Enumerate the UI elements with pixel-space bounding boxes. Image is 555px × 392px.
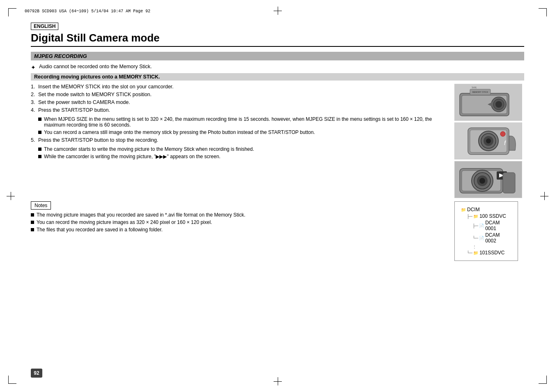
tree-label-101ssdvc: 101SSDVC (479, 250, 504, 256)
svg-point-14 (500, 131, 505, 136)
step-3: 3. Set the power switch to CAMERA mode. (31, 99, 446, 105)
header-meta: 00792B SCD903 USA (64~109) 5/14/04 10:47… (25, 9, 150, 14)
svg-text:MEMORY STICK: MEMORY STICK (472, 91, 488, 93)
bullet-icon-4 (38, 155, 41, 158)
bullet-icon-1 (38, 118, 41, 121)
steps-list: 1. Insert the MEMORY STICK into the slot… (31, 84, 446, 113)
notes-bullet-icon-2 (31, 221, 34, 224)
reg-mark-top (274, 7, 282, 15)
tree-item-dcam0001: ├─ 📄 DCAM 0001 (472, 220, 511, 231)
page-number: 92 (31, 369, 42, 378)
section-header: MJPEG RECORDING (31, 52, 524, 60)
tree-root-label: DCIM (467, 207, 480, 212)
step-4: 4. Press the START/STOP button. (31, 107, 446, 113)
folder-icon-root: 📁 (461, 208, 466, 212)
bullet-icon-3 (38, 148, 41, 151)
step5-bullets: The camcorder starts to write the moving… (38, 146, 446, 159)
tree-label-100ssdvc: 100 SSDVC (479, 213, 506, 219)
tree-item-101ssdvc: └─ 📁 101SSDVC (467, 250, 511, 256)
step5-bullet-2: While the camcorder is writing the movin… (38, 154, 446, 159)
notes-bullets-list: The moving picture images that you recor… (31, 212, 446, 233)
page-title: Digital Still Camera mode (31, 32, 524, 47)
sub-section-header: Recording moving pictures onto a MEMORY … (31, 73, 524, 81)
notes-bullet-1: The moving picture images that you recor… (31, 212, 446, 218)
camera-image-3 (454, 161, 522, 198)
file-tree-box: 📁 DCIM ├─ 📁 100 SSDVC ├─ 📄 DCAM 0001 (454, 201, 518, 261)
camera-image-2: f (454, 122, 522, 159)
camera-images: MEMORY STICK TAPE (454, 84, 524, 198)
notes-bullet-icon-3 (31, 228, 34, 231)
folder-icon-101: 📁 (473, 251, 478, 255)
notes-bullet-3: The files that you recorded are saved in… (31, 227, 446, 233)
step4-bullet-2: You can record a camera still image onto… (38, 129, 446, 135)
tree-root: 📁 DCIM (461, 207, 511, 212)
svg-text:TAPE: TAPE (471, 86, 477, 89)
camera-image-1: MEMORY STICK TAPE (454, 84, 522, 121)
notes-bullet-icon-1 (31, 213, 34, 217)
cross-note: ✦ Audio cannot be recorded onto the Memo… (31, 64, 524, 71)
step5-bullet-1: The camcorder starts to write the moving… (38, 146, 446, 152)
step-5: 5. Press the START/STOP button to stop t… (31, 137, 446, 143)
language-badge: ENGLISH (31, 23, 58, 30)
step-2: 2. Set the mode switch to MEMORY STICK p… (31, 92, 446, 97)
reg-mark-left (7, 192, 15, 200)
cross-note-text: Audio cannot be recorded onto the Memory… (39, 64, 152, 69)
notes-bullet-2: You can record the moving picture images… (31, 219, 446, 225)
corner-mark-tr (539, 8, 547, 16)
step-1: 1. Insert the MEMORY STICK into the slot… (31, 84, 446, 90)
tree-dots: ⋮ (472, 244, 511, 249)
main-layout: 1. Insert the MEMORY STICK into the slot… (31, 84, 524, 198)
step4-bullets: When MJPEG SIZE in the menu setting is s… (38, 116, 446, 135)
left-column: 1. Insert the MEMORY STICK into the slot… (31, 84, 446, 198)
notes-section: Notes The moving picture images that you… (31, 201, 446, 261)
bullet-icon-2 (38, 131, 41, 134)
page-content: ENGLISH Digital Still Camera mode MJPEG … (31, 23, 524, 369)
file-tree-section: 📁 DCIM ├─ 📁 100 SSDVC ├─ 📄 DCAM 0001 (454, 201, 524, 261)
svg-point-4 (495, 101, 502, 108)
cross-symbol: ✦ (31, 64, 36, 71)
camera-svg-2: f (456, 124, 521, 159)
step4-bullet-1: When MJPEG SIZE in the menu setting is s… (38, 116, 446, 128)
notes-box: Notes (31, 201, 51, 210)
step5-list: 5. Press the START/STOP button to stop t… (31, 137, 446, 143)
svg-point-21 (479, 178, 485, 184)
camera-svg-1: MEMORY STICK TAPE (456, 85, 521, 120)
svg-rect-24 (503, 173, 515, 193)
bottom-layout: Notes The moving picture images that you… (31, 201, 524, 261)
corner-mark-bl (8, 376, 16, 384)
corner-mark-tl (8, 8, 16, 16)
reg-mark-bottom (274, 377, 282, 385)
file-icon-0002: 📄 (479, 236, 484, 240)
corner-mark-br (539, 376, 547, 384)
reg-mark-right (540, 192, 548, 200)
tree-item-dcam0002: └─ 📄 DCAM 0002 (472, 232, 511, 244)
svg-point-13 (486, 138, 491, 143)
tree-label-dcam0001: DCAM 0001 (485, 220, 511, 231)
file-icon-0001: 📄 (479, 224, 484, 228)
folder-icon-100: 📁 (473, 214, 478, 219)
tree-label-dcam0002: DCAM 0002 (485, 232, 511, 244)
tree-item-100ssdvc: ├─ 📁 100 SSDVC (467, 213, 511, 219)
camera-svg-3 (456, 162, 521, 197)
